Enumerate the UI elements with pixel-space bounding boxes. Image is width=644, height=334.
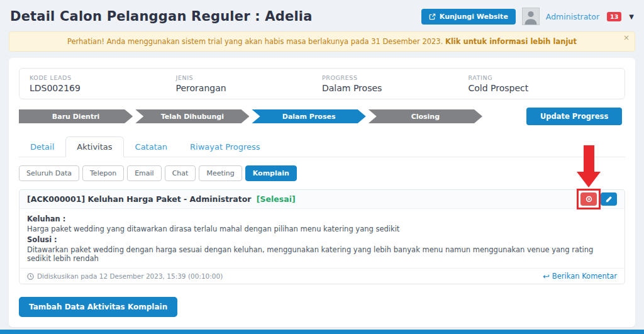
gear-icon: [585, 195, 593, 203]
field-label: PROGRESS: [322, 74, 469, 81]
tab-detail[interactable]: Detail: [19, 136, 65, 157]
trial-banner-link[interactable]: Klik untuk informasi lebih lanjut: [445, 37, 577, 46]
clock-icon: [27, 273, 34, 280]
filter-email[interactable]: Email: [127, 165, 162, 181]
field-label: RATING: [469, 74, 615, 81]
lead-field-progress: PROGRESS Dalam Proses: [322, 74, 469, 93]
user-name[interactable]: Administrator: [546, 12, 599, 21]
keluhan-label: Keluhan :: [27, 214, 617, 223]
annotated-target: [580, 192, 597, 206]
progress-step-closing: Closing: [369, 109, 482, 123]
avatar[interactable]: [522, 8, 540, 25]
field-value: Cold Prospect: [469, 83, 615, 93]
activity-filters: Seluruh Data Telepon Email Chat Meeting …: [19, 165, 625, 181]
progress-step-dalam-proses: Dalam Proses: [252, 109, 366, 123]
progress-steps: Baru Dientri Telah Dihubungi Dalam Prose…: [19, 109, 482, 123]
tab-riwayat-progress[interactable]: Riwayat Progress: [179, 136, 272, 157]
field-label: JENIS: [176, 74, 323, 81]
tab-catatan[interactable]: Catatan: [124, 136, 179, 157]
main-card: KODE LEADS LDS002169 JENIS Perorangan PR…: [9, 58, 635, 327]
progress-step-baru-dientri: Baru Dientri: [19, 109, 133, 123]
chevron-down-icon[interactable]: ▼: [629, 13, 634, 20]
solusi-text: Ditawarkan paket wedding dengan harga se…: [27, 245, 617, 263]
update-progress-button[interactable]: Update Progress: [526, 108, 622, 125]
discussion-timestamp: Didiskusikan pada 12 Desember 2023, 15:3…: [27, 272, 223, 280]
lead-field-kode-leads: KODE LEADS LDS002169: [30, 74, 176, 93]
complaint-title: [ACK000001] Keluhan Harga Paket - Admini…: [27, 194, 296, 204]
progress-step-telah-dihubungi: Telah Dihubungi: [135, 109, 249, 123]
tabs: Detail Aktivitas Catatan Riwayat Progres…: [19, 136, 625, 157]
complaint-actions: [580, 192, 617, 206]
trial-banner: Perhatian! Anda menggunakan sistem trial…: [9, 31, 635, 52]
give-comment-link[interactable]: ↩ Berikan Komentar: [543, 272, 617, 281]
solusi-label: Solusi :: [27, 235, 617, 244]
add-complaint-activity-button[interactable]: Tambah Data Aktivitas Komplain: [19, 297, 177, 317]
edit-button[interactable]: [601, 192, 617, 206]
lead-field-rating: RATING Cold Prospect: [469, 74, 615, 93]
reply-icon: ↩: [543, 272, 550, 281]
footer-bar: [0, 330, 644, 334]
complaint-body: Keluhan : Harga paket wedding yang ditaw…: [19, 209, 625, 268]
page-title: Detail Calon Pelanggan Reguler : Adelia: [10, 9, 313, 24]
top-header: Detail Calon Pelanggan Reguler : Adelia …: [0, 0, 644, 30]
filter-seluruh-data[interactable]: Seluruh Data: [19, 165, 79, 181]
field-value: Dalam Proses: [322, 83, 469, 93]
visit-website-button[interactable]: Kunjungi Website: [421, 9, 516, 25]
filter-meeting[interactable]: Meeting: [199, 165, 242, 181]
complaint-header: [ACK000001] Keluhan Harga Paket - Admini…: [19, 190, 625, 209]
complaint-card: [ACK000001] Keluhan Harga Paket - Admini…: [19, 189, 625, 284]
field-value: Perorangan: [176, 83, 323, 93]
filter-chat[interactable]: Chat: [165, 165, 196, 181]
settings-button[interactable]: [580, 192, 597, 206]
complaint-footer: Didiskusikan pada 12 Desember 2023, 15:3…: [19, 268, 625, 284]
lead-info-card: KODE LEADS LDS002169 JENIS Perorangan PR…: [19, 68, 625, 99]
pencil-icon: [605, 196, 613, 203]
field-label: KODE LEADS: [30, 74, 176, 81]
keluhan-text: Harga paket wedding yang ditawarkan dira…: [27, 225, 617, 233]
progress-row: Baru Dientri Telah Dihubungi Dalam Prose…: [19, 108, 625, 125]
external-link-icon: [429, 13, 436, 20]
filter-komplain[interactable]: Komplain: [245, 165, 297, 181]
notification-badge[interactable]: 13: [607, 12, 621, 21]
status-badge: [Selesai]: [257, 194, 296, 204]
header-right: Kunjungi Website Administrator 13 ▼: [421, 8, 634, 25]
filter-telepon[interactable]: Telepon: [82, 165, 124, 181]
trial-banner-text: Perhatian! Anda menggunakan sistem trial…: [67, 37, 443, 46]
tab-aktivitas[interactable]: Aktivitas: [65, 136, 123, 157]
close-icon[interactable]: ×: [623, 33, 630, 42]
field-value: LDS002169: [30, 83, 176, 93]
lead-field-jenis: JENIS Perorangan: [176, 74, 323, 93]
